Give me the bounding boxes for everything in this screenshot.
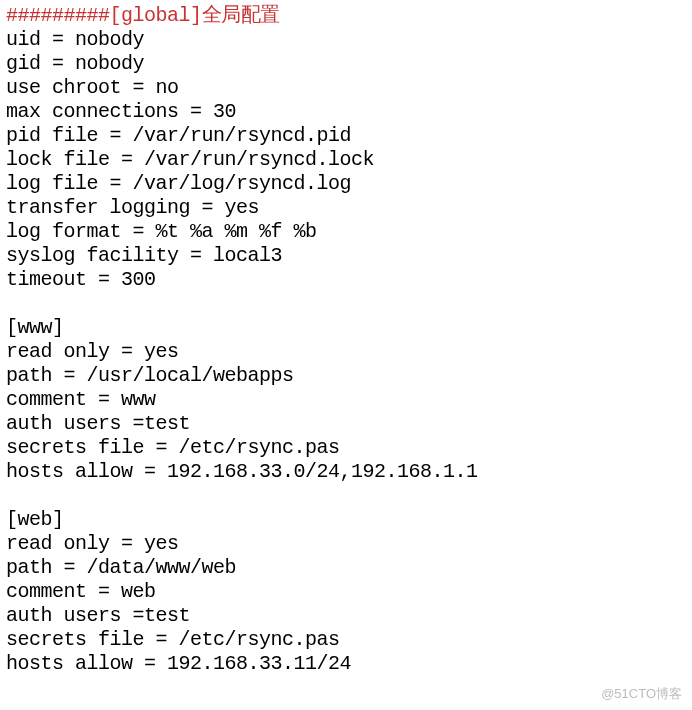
section-www-header: [www] bbox=[6, 316, 686, 340]
web-comment: comment = web bbox=[6, 580, 686, 604]
header-line: #########[global]全局配置 bbox=[6, 4, 686, 28]
config-pid-file: pid file = /var/run/rsyncd.pid bbox=[6, 124, 686, 148]
www-hosts-allow: hosts allow = 192.168.33.0/24,192.168.1.… bbox=[6, 460, 686, 484]
www-path: path = /usr/local/webapps bbox=[6, 364, 686, 388]
header-prefix: ######### bbox=[6, 4, 110, 27]
config-timeout: timeout = 300 bbox=[6, 268, 686, 292]
watermark: @51CTO博客 bbox=[601, 686, 682, 702]
web-read-only: read only = yes bbox=[6, 532, 686, 556]
config-log-format: log format = %t %a %m %f %b bbox=[6, 220, 686, 244]
config-use-chroot: use chroot = no bbox=[6, 76, 686, 100]
www-read-only: read only = yes bbox=[6, 340, 686, 364]
header-section: [global] bbox=[110, 4, 202, 27]
www-comment: comment = www bbox=[6, 388, 686, 412]
blank-line bbox=[6, 484, 686, 508]
config-uid: uid = nobody bbox=[6, 28, 686, 52]
section-web-header: [web] bbox=[6, 508, 686, 532]
web-hosts-allow: hosts allow = 192.168.33.11/24 bbox=[6, 652, 686, 676]
web-path: path = /data/www/web bbox=[6, 556, 686, 580]
www-secrets-file: secrets file = /etc/rsync.pas bbox=[6, 436, 686, 460]
config-file-content: #########[global]全局配置 uid = nobody gid =… bbox=[6, 4, 686, 676]
config-transfer-logging: transfer logging = yes bbox=[6, 196, 686, 220]
blank-line bbox=[6, 292, 686, 316]
config-lock-file: lock file = /var/run/rsyncd.lock bbox=[6, 148, 686, 172]
config-gid: gid = nobody bbox=[6, 52, 686, 76]
www-auth-users: auth users =test bbox=[6, 412, 686, 436]
config-syslog-facility: syslog facility = local3 bbox=[6, 244, 686, 268]
web-auth-users: auth users =test bbox=[6, 604, 686, 628]
header-cjk: 全局配置 bbox=[202, 4, 280, 27]
web-secrets-file: secrets file = /etc/rsync.pas bbox=[6, 628, 686, 652]
config-log-file: log file = /var/log/rsyncd.log bbox=[6, 172, 686, 196]
config-max-connections: max connections = 30 bbox=[6, 100, 686, 124]
